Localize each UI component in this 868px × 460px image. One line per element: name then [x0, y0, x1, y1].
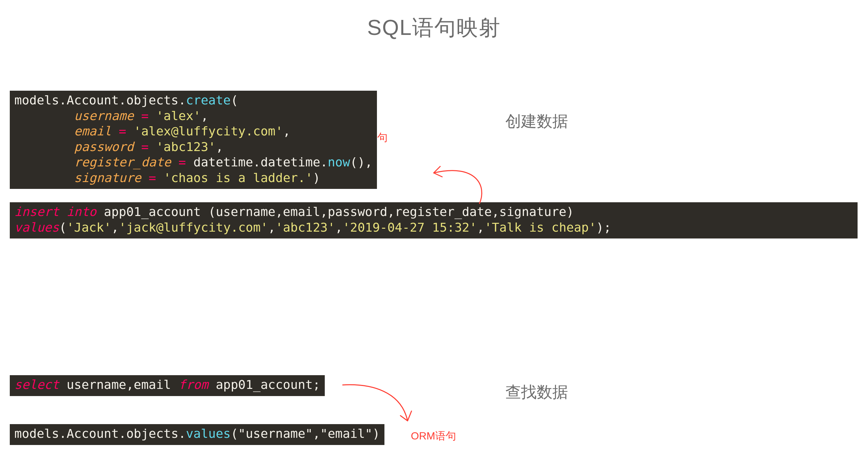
code-sql-insert: insert into app01_account (username,emai… [10, 202, 858, 238]
section-label-query: 查找数据 [505, 382, 568, 403]
code-orm-create: models.Account.objects.create( username … [10, 91, 377, 189]
section-label-create: 创建数据 [505, 111, 568, 132]
arrow-icon [336, 378, 421, 431]
page-title: SQL语句映射 [0, 0, 868, 42]
code-orm-values: models.Account.objects.values("username"… [10, 424, 384, 445]
code-sql-select: select username,email from app01_account… [10, 375, 325, 396]
orm-label-2: ORM语句 [411, 429, 456, 443]
